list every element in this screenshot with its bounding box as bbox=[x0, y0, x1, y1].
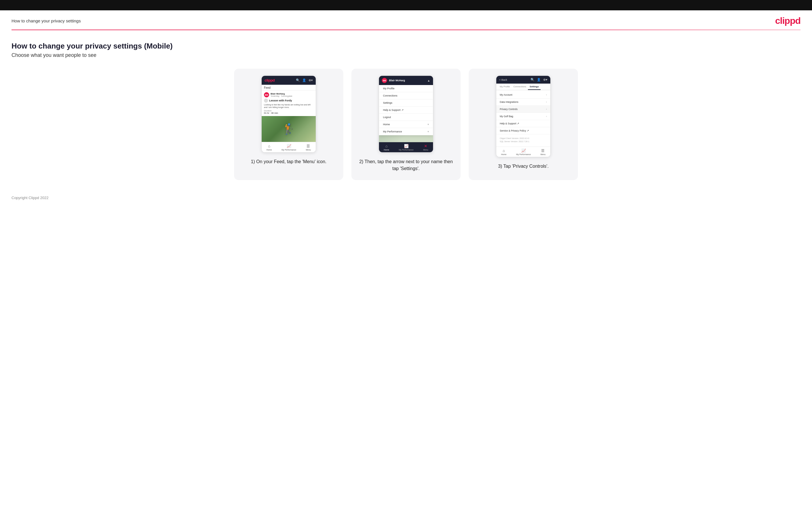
phone-1-username: Blair McHarg bbox=[270, 93, 293, 95]
performance-icon-3: 📈 bbox=[521, 149, 526, 153]
page-subheading: Choose what you want people to see bbox=[11, 52, 801, 58]
my-golf-bag-label: My Golf Bag bbox=[500, 115, 513, 118]
home-icon-3: ⌂ bbox=[503, 149, 505, 153]
step-1-card: clippd 🔍 👤 ⊕▾ Feed BM Blair McHarg bbox=[234, 69, 343, 180]
golf-figure-icon: 🏌️ bbox=[283, 123, 295, 135]
phone-mockup-3: < Back 🔍 👤 ⊕▾ My Profile Connections Set… bbox=[496, 75, 551, 157]
menu-label-2: Menu bbox=[423, 149, 428, 151]
settings-icon-3: ⊕▾ bbox=[543, 78, 548, 81]
service-privacy-label: Service & Privacy Policy ↗ bbox=[500, 129, 529, 132]
phone-1-post-title: Lesson with Fordy bbox=[269, 99, 292, 102]
menu-item-logout[interactable]: Logout bbox=[379, 114, 433, 121]
performance-label-3: My Performance bbox=[516, 153, 531, 155]
settings-item-service-privacy[interactable]: Service & Privacy Policy ↗ bbox=[496, 127, 550, 134]
menu-label: Menu bbox=[306, 149, 311, 151]
chevron-up-icon: ▲ bbox=[427, 79, 430, 82]
phone-1-post-icon bbox=[264, 99, 268, 103]
back-button[interactable]: < Back bbox=[499, 78, 507, 81]
chevron-right-icon-2: › bbox=[546, 101, 547, 103]
settings-item-my-golf-bag[interactable]: My Golf Bag › bbox=[496, 113, 550, 120]
phone-2-bottom-nav: ⌂ Home 📈 My Performance ✕ Menu bbox=[379, 142, 433, 152]
tab-my-profile[interactable]: My Profile bbox=[498, 83, 512, 90]
profile-icon-3: 👤 bbox=[537, 78, 541, 81]
phone-mockup-1: clippd 🔍 👤 ⊕▾ Feed BM Blair McHarg bbox=[261, 75, 316, 153]
close-icon: ✕ bbox=[424, 144, 427, 148]
phone-2-menu-username: Blair McHarg bbox=[389, 79, 405, 82]
home-icon: ⌂ bbox=[268, 144, 270, 148]
phone-2-nav-performance: 📈 My Performance bbox=[399, 144, 413, 151]
phone-1-post: BM Blair McHarg Yesterday · Sunningdale … bbox=[262, 91, 316, 116]
step-1-description: 1) On your Feed, tap the 'Menu' icon. bbox=[251, 158, 326, 165]
step-3-card: < Back 🔍 👤 ⊕▾ My Profile Connections Set… bbox=[469, 69, 578, 180]
top-bar bbox=[0, 0, 812, 10]
chevron-down-icon-2: ▾ bbox=[427, 130, 429, 133]
phone-3-version-info: Clippd Client Version: 2022.8.3-3 SQL Se… bbox=[496, 134, 550, 145]
menu-item-my-profile[interactable]: My Profile bbox=[379, 85, 433, 92]
phone-3-tabs: My Profile Connections Settings bbox=[496, 83, 550, 90]
phone-1-golf-image: 🏌️ bbox=[262, 116, 316, 142]
phone-mockup-2: clippd 🔍 👤 ⊕▾ BM Blair McHarg bbox=[379, 75, 433, 153]
phone-3-nav-icons: 🔍 👤 ⊕▾ bbox=[530, 78, 548, 81]
performance-section-label: My Performance bbox=[383, 130, 402, 133]
menu-icon: ☰ bbox=[306, 144, 310, 148]
performance-icon-2: 📈 bbox=[404, 144, 409, 148]
performance-icon: 📈 bbox=[287, 144, 291, 148]
step-2-card: clippd 🔍 👤 ⊕▾ BM Blair McHarg bbox=[351, 69, 461, 180]
chevron-down-icon: ▾ bbox=[427, 123, 429, 126]
main-content: How to change your privacy settings (Mob… bbox=[0, 30, 812, 189]
header: How to change your privacy settings clip… bbox=[0, 10, 812, 30]
settings-item-help-support[interactable]: Help & Support ↗ bbox=[496, 120, 550, 127]
logo: clippd bbox=[775, 15, 801, 26]
menu-item-help-support[interactable]: Help & Support ↗ bbox=[379, 107, 433, 114]
phone-3-settings-list: My Account › Data Integrations › Privacy… bbox=[496, 90, 550, 147]
privacy-controls-label: Privacy Controls bbox=[500, 108, 517, 111]
phone-3-nav-home: ⌂ Home bbox=[501, 149, 507, 155]
phone-2-menu-header: BM Blair McHarg ▲ bbox=[379, 76, 433, 85]
settings-icon: ⊕▾ bbox=[308, 78, 313, 82]
menu-section-my-performance[interactable]: My Performance ▾ bbox=[379, 128, 433, 135]
phone-1-usersub: Yesterday · Sunningdale bbox=[270, 95, 293, 97]
phone-3-nav-performance: 📈 My Performance bbox=[516, 149, 531, 155]
phone-2-menu-user-row: BM Blair McHarg bbox=[382, 78, 405, 83]
phone-1-nav-performance: 📈 My Performance bbox=[282, 144, 296, 151]
phone-2-avatar: BM bbox=[382, 78, 387, 83]
phone-1-avatar: BM bbox=[264, 92, 269, 97]
performance-label: My Performance bbox=[282, 149, 296, 151]
tab-connections[interactable]: Connections bbox=[512, 83, 528, 90]
phone-1-post-text: Looking to feel like my hands are exitin… bbox=[264, 103, 313, 109]
phone-1-nav-icons: 🔍 👤 ⊕▾ bbox=[296, 78, 313, 82]
chevron-right-icon-3: › bbox=[546, 108, 547, 111]
home-icon-2: ⌂ bbox=[385, 144, 388, 148]
phone-1-post-title-row: Lesson with Fordy bbox=[264, 99, 313, 103]
home-section-label: Home bbox=[383, 123, 390, 126]
phone-3-back-nav: < Back 🔍 👤 ⊕▾ bbox=[496, 76, 550, 83]
settings-item-data-integrations[interactable]: Data Integrations › bbox=[496, 99, 550, 106]
copyright-text: Copyright Clippd 2022 bbox=[11, 195, 49, 200]
menu-icon-3: ☰ bbox=[541, 149, 545, 153]
phone-2-nav-menu-close: ✕ Menu bbox=[423, 144, 428, 151]
phone-1-bottom-nav: ⌂ Home 📈 My Performance ☰ Menu bbox=[262, 142, 316, 152]
home-label: Home bbox=[266, 149, 272, 151]
profile-icon: 👤 bbox=[302, 78, 306, 82]
phone-1-user-row: BM Blair McHarg Yesterday · Sunningdale bbox=[264, 92, 313, 97]
my-account-label: My Account bbox=[500, 93, 512, 96]
chevron-right-icon-4: › bbox=[546, 115, 547, 118]
home-label-3: Home bbox=[501, 153, 507, 155]
phone-1-nav-home: ⌂ Home bbox=[266, 144, 272, 151]
settings-item-privacy-controls[interactable]: Privacy Controls › bbox=[496, 106, 550, 113]
search-icon-3: 🔍 bbox=[530, 78, 535, 81]
menu-item-connections[interactable]: Connections bbox=[379, 92, 433, 99]
footer: Copyright Clippd 2022 bbox=[0, 189, 812, 206]
step-3-description: 3) Tap 'Privacy Controls'. bbox=[498, 163, 549, 170]
phone-3-nav-menu: ☰ Menu bbox=[541, 149, 546, 155]
settings-item-my-account[interactable]: My Account › bbox=[496, 91, 550, 99]
menu-item-settings[interactable]: Settings bbox=[379, 99, 433, 107]
phone-1-nav: clippd 🔍 👤 ⊕▾ bbox=[262, 76, 316, 85]
header-title: How to change your privacy settings bbox=[11, 18, 81, 23]
menu-label-3: Menu bbox=[541, 153, 546, 155]
menu-section-home[interactable]: Home ▾ bbox=[379, 121, 433, 128]
phone-2-menu-dropdown: BM Blair McHarg ▲ My Profile Connections… bbox=[379, 76, 433, 135]
phone-1-duration-label: Duration bbox=[264, 110, 313, 112]
step-2-description: 2) Then, tap the arrow next to your name… bbox=[358, 158, 454, 172]
tab-settings[interactable]: Settings bbox=[528, 83, 541, 90]
